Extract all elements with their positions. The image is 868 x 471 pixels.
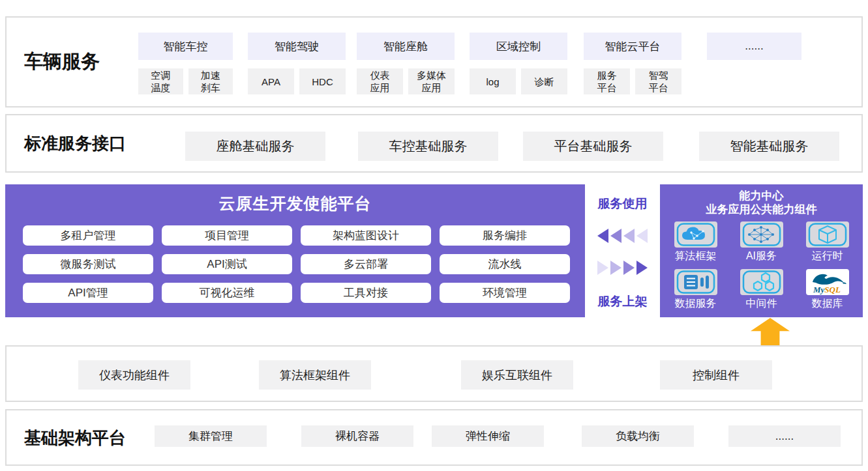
vehicle-group-more: ......: [707, 33, 801, 60]
platform-capability: 服务编排: [440, 225, 570, 246]
platform-capability: 多云部署: [301, 254, 431, 274]
left-triangle-icon: [610, 229, 621, 243]
mysql-logo: MySQL: [806, 269, 849, 295]
left-triangle-icon: [636, 229, 648, 243]
vehicle-category-label: 智能驾驶: [248, 33, 346, 60]
interface-item: 座舱基础服务: [185, 132, 325, 161]
up-arrow-icon: [751, 318, 790, 346]
cloud-network-icon: [674, 221, 717, 248]
component-item: 仪表功能组件: [78, 360, 190, 390]
capability-center-title: 能力中心 业务应用公共能力组件: [660, 189, 863, 216]
standard-interface-title: 标准服务接口: [24, 132, 126, 155]
right-triangle-icon: [597, 261, 608, 275]
capability-label: 算法框架: [675, 250, 717, 263]
interface-item: 智能基础服务: [699, 132, 839, 161]
vehicle-services-section: 车辆服务 智能车控 空调温度 加速刹车 智能驾驶 APA HDC 智能座舱 仪表…: [5, 16, 863, 107]
vehicle-category-label: ......: [707, 33, 801, 60]
component-item: 算法框架组件: [259, 360, 371, 390]
vehicle-sub-item: 智驾平台: [635, 68, 681, 94]
vehicle-sub-item: 多媒体应用: [408, 68, 455, 94]
vehicle-category-label: 智能座舱: [357, 33, 455, 60]
vehicle-category-label: 区域控制: [470, 33, 567, 60]
vehicle-sub-item: log: [470, 68, 516, 94]
infrastructure-item: 集群管理: [155, 425, 267, 447]
platform-capability: 项目管理: [162, 225, 292, 246]
capability-cell: 数据服务: [674, 269, 717, 311]
component-item: 控制组件: [660, 360, 772, 390]
vehicle-sub-item: 诊断: [521, 68, 567, 94]
service-flow-column: 服务使用 服务上架: [585, 184, 660, 317]
right-triangle-icon: [623, 261, 635, 275]
right-triangle-icon: [610, 261, 621, 275]
left-triangle-icon: [597, 229, 608, 243]
hexagons-icon: [740, 269, 783, 295]
interface-item: 车控基础服务: [358, 132, 498, 161]
platform-capability: API管理: [23, 283, 153, 303]
capability-label: AI服务: [746, 250, 777, 263]
service-publish-label: 服务上架: [598, 293, 648, 310]
vehicle-sub-item: APA: [248, 68, 294, 94]
capability-cell: 算法框架: [674, 221, 717, 263]
vehicle-services-title: 车辆服务: [24, 49, 100, 75]
vehicle-group-zone-control: 区域控制 log 诊断: [470, 33, 567, 94]
vehicle-sub-item: HDC: [299, 68, 346, 94]
architecture-diagram: 车辆服务 智能车控 空调温度 加速刹车 智能驾驶 APA HDC 智能座舱 仪表…: [0, 0, 868, 471]
capability-label: 运行时: [812, 250, 843, 263]
svg-text:MySQL: MySQL: [813, 285, 841, 294]
vehicle-sub-item: 加速刹车: [188, 68, 233, 94]
infrastructure-item: 裸机容器: [301, 425, 413, 447]
vehicle-category-label: 智能云平台: [584, 33, 681, 60]
platform-capability: 架构蓝图设计: [301, 225, 431, 246]
infrastructure-item: 弹性伸缩: [432, 425, 544, 447]
left-arrows-icon: [597, 229, 648, 243]
capability-cell: 中间件: [740, 269, 783, 311]
left-triangle-icon: [623, 229, 635, 243]
vehicle-sub-item: 服务平台: [584, 68, 630, 94]
capability-label: 数据库: [812, 297, 843, 311]
vehicle-sub-item: 空调温度: [138, 68, 183, 94]
vehicle-group-car-control: 智能车控 空调温度 加速刹车: [138, 33, 233, 94]
components-section: 仪表功能组件 算法框架组件 娱乐互联组件 控制组件: [5, 345, 863, 402]
right-triangle-icon: [636, 261, 648, 275]
platform-capability: 可视化运维: [162, 283, 292, 303]
capability-center-panel: 能力中心 业务应用公共能力组件 算法框架: [660, 184, 863, 317]
infrastructure-item: 负载均衡: [582, 425, 694, 447]
cube-icon: [806, 221, 849, 248]
vehicle-group-driving: 智能驾驶 APA HDC: [248, 33, 346, 94]
vehicle-category-label: 智能车控: [138, 33, 233, 60]
capability-cell: 运行时: [806, 221, 849, 263]
infrastructure-title: 基础架构平台: [24, 426, 126, 449]
capability-cell: MySQL 数据库: [806, 269, 849, 311]
vehicle-sub-item: 仪表应用: [357, 68, 403, 94]
platform-capability: 环境管理: [440, 283, 570, 303]
data-service-icon: [674, 269, 717, 295]
infrastructure-item: ......: [728, 425, 841, 447]
platform-capability-grid: 多租户管理 项目管理 架构蓝图设计 服务编排 微服务测试 API测试 多云部署 …: [23, 225, 585, 303]
service-use-label: 服务使用: [598, 195, 648, 212]
platform-title: 云原生开发使能平台: [5, 193, 585, 214]
infrastructure-section: 基础架构平台 集群管理 裸机容器 弹性伸缩 负载均衡 ......: [5, 409, 863, 466]
component-item: 娱乐互联组件: [461, 360, 573, 390]
capability-label: 数据服务: [675, 297, 717, 311]
platform-capability: API测试: [162, 254, 292, 274]
right-arrows-icon: [597, 261, 648, 275]
capability-label: 中间件: [746, 297, 777, 311]
vehicle-group-cloud-platform: 智能云平台 服务平台 智驾平台: [584, 33, 681, 94]
platform-capability: 微服务测试: [23, 254, 153, 274]
neural-network-icon: [740, 221, 783, 248]
capability-cell: AI服务: [740, 221, 783, 263]
platform-capability: 工具对接: [301, 283, 431, 303]
vehicle-group-cockpit: 智能座舱 仪表应用 多媒体应用: [357, 33, 455, 94]
platform-capability: 流水线: [440, 254, 570, 274]
standard-interface-section: 标准服务接口 座舱基础服务 车控基础服务 平台基础服务 智能基础服务: [5, 114, 863, 173]
interface-item: 平台基础服务: [523, 132, 663, 161]
cloud-native-platform-panel: 云原生开发使能平台 多租户管理 项目管理 架构蓝图设计 服务编排 微服务测试 A…: [5, 184, 585, 317]
platform-capability: 多租户管理: [23, 225, 153, 246]
capability-grid: 算法框架: [663, 221, 863, 311]
